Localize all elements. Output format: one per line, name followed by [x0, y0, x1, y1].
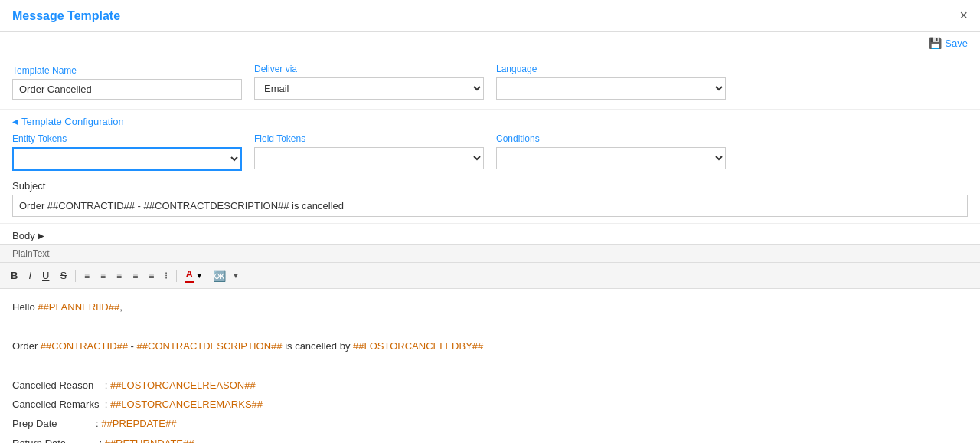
- toolbar-separator-1: [75, 270, 76, 282]
- font-color-bar: [185, 281, 194, 283]
- body-header[interactable]: Body ▶: [0, 224, 980, 244]
- body-arrow-icon: ▶: [38, 231, 44, 240]
- strikethrough-button[interactable]: S: [55, 267, 71, 284]
- body-line-2: [12, 317, 968, 335]
- token-planneriid: ##PLANNERIID##: [38, 301, 119, 313]
- template-name-group: Template Name: [12, 65, 242, 100]
- token-contractdescription-1: ##CONTRACTDESCRIPTION##: [137, 340, 283, 352]
- field-tokens-label: Field Tokens: [254, 133, 484, 144]
- font-color-button[interactable]: A ▼: [181, 266, 207, 285]
- config-section: ◀ Template Configuration Entity Tokens F…: [0, 110, 980, 171]
- plaintext-label: PlainText: [12, 248, 50, 259]
- save-button[interactable]: 💾 Save: [929, 37, 968, 49]
- entity-tokens-select[interactable]: [12, 147, 242, 171]
- editor-formatting-toolbar: B I U S ≡ ≡ ≡ ≡ ≡ ⁝ A ▼ 🆗 ▼: [0, 263, 980, 289]
- align-right-button[interactable]: ≡: [112, 268, 126, 284]
- body-line-8: Return Date : ##RETURNDATE##: [12, 435, 968, 443]
- config-arrow-icon: ◀: [12, 117, 18, 126]
- body-line-5: Cancelled Reason : ##LOSTORCANCELREASON#…: [12, 376, 968, 394]
- token-cancelreason: ##LOSTORCANCELREASON##: [110, 379, 256, 391]
- body-section: Body ▶ PlainText B I U S ≡ ≡ ≡ ≡ ≡ ⁝ A ▼…: [0, 224, 980, 443]
- config-title-label: Template Configuration: [21, 116, 124, 127]
- highlight-button[interactable]: 🆗: [208, 267, 230, 284]
- token-row: Entity Tokens Field Tokens Conditions: [12, 133, 968, 171]
- toolbar: 💾 Save: [0, 32, 980, 54]
- template-name-input[interactable]: [12, 79, 242, 100]
- body-line-6: Cancelled Remarks : ##LOSTORCANCELREMARK…: [12, 395, 968, 413]
- conditions-group: Conditions: [496, 133, 726, 171]
- body-line-7: Prep Date : ##PREPDATE##: [12, 415, 968, 432]
- save-icon: 💾: [929, 37, 942, 49]
- save-label: Save: [945, 38, 968, 49]
- language-select[interactable]: [496, 77, 726, 100]
- token-lostorcanceledby: ##LOSTORCANCELEDBY##: [353, 340, 483, 352]
- config-title[interactable]: ◀ Template Configuration: [12, 116, 968, 127]
- highlight-dropdown-arrow: ▼: [232, 271, 240, 280]
- editor-toolbar-top: PlainText: [0, 244, 980, 263]
- toolbar-separator-2: [176, 270, 177, 282]
- italic-button[interactable]: I: [24, 267, 36, 284]
- deliver-via-group: Deliver via Email SMS Push: [254, 64, 484, 100]
- subject-input[interactable]: [12, 195, 968, 217]
- token-prepdate: ##PREPDATE##: [101, 418, 176, 429]
- token-returndate: ##RETURNDATE##: [105, 438, 194, 443]
- underline-button[interactable]: U: [38, 267, 54, 284]
- language-group: Language: [496, 64, 726, 100]
- font-color-dropdown-arrow: ▼: [195, 271, 203, 280]
- language-label: Language: [496, 64, 726, 74]
- modal-header: Message Template ×: [0, 0, 980, 32]
- body-line-4: [12, 356, 968, 374]
- align-center-button[interactable]: ≡: [96, 268, 110, 284]
- token-cancelremarks: ##LOSTORCANCELREMARKS##: [110, 399, 263, 410]
- conditions-label: Conditions: [496, 133, 726, 144]
- deliver-via-select[interactable]: Email SMS Push: [254, 77, 484, 100]
- bold-button[interactable]: B: [6, 267, 22, 284]
- align-justify-button[interactable]: ≡: [128, 268, 142, 284]
- modal-title: Message Template: [12, 9, 120, 23]
- subject-section: Subject: [0, 180, 980, 224]
- list-button[interactable]: ⁝: [160, 267, 172, 284]
- close-button[interactable]: ×: [959, 8, 968, 24]
- field-tokens-select[interactable]: [254, 147, 484, 169]
- token-contractid-1: ##CONTRACTID##: [41, 340, 128, 352]
- body-line-1: Hello ##PLANNERIID##,: [12, 298, 968, 316]
- body-line-3: Order ##CONTRACTID## - ##CONTRACTDESCRIP…: [12, 337, 968, 355]
- conditions-select[interactable]: [496, 147, 726, 169]
- entity-tokens-label: Entity Tokens: [12, 133, 242, 144]
- deliver-via-label: Deliver via: [254, 64, 484, 74]
- field-tokens-group: Field Tokens: [254, 133, 484, 171]
- form-row: Template Name Deliver via Email SMS Push…: [12, 64, 968, 100]
- entity-tokens-group: Entity Tokens: [12, 133, 242, 171]
- body-label: Body: [12, 230, 35, 241]
- align-left-button[interactable]: ≡: [80, 268, 94, 284]
- indent-button[interactable]: ≡: [144, 268, 158, 284]
- font-color-letter: A: [185, 268, 192, 280]
- subject-label: Subject: [12, 180, 968, 192]
- form-section: Template Name Deliver via Email SMS Push…: [0, 54, 980, 110]
- template-name-label: Template Name: [12, 65, 242, 76]
- editor-content[interactable]: Hello ##PLANNERIID##, Order ##CONTRACTID…: [0, 289, 980, 443]
